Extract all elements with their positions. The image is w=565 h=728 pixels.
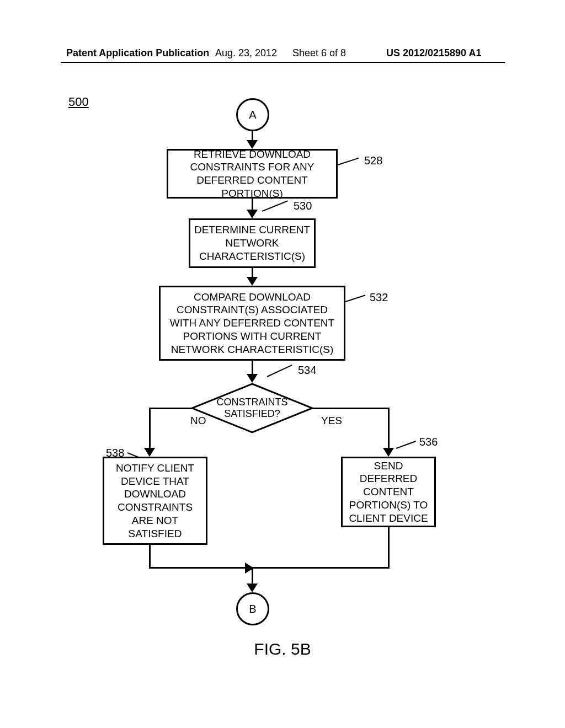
edge-536-down bbox=[388, 527, 390, 568]
edge-532-to-534 bbox=[252, 361, 253, 375]
patent-page: Patent Application Publication Aug. 23, … bbox=[0, 0, 565, 728]
connector-a: A bbox=[236, 98, 269, 131]
edge-536-left bbox=[252, 567, 390, 569]
step-530: DETERMINE CURRENT NETWORK CHARACTERISTIC… bbox=[189, 218, 316, 268]
page-header: Patent Application Publication Aug. 23, … bbox=[0, 47, 565, 62]
ref-530: 530 bbox=[294, 200, 312, 212]
step-536-text: SEND DEFERRED CONTENT PORTION(S) TO CLIE… bbox=[346, 459, 431, 525]
edge-538-right bbox=[149, 567, 253, 569]
arrowhead-icon bbox=[247, 374, 258, 383]
ref-534: 534 bbox=[298, 364, 316, 377]
edge-no-h1 bbox=[149, 408, 192, 409]
publication-date: Aug. 23, 2012 bbox=[215, 47, 277, 59]
ref-532: 532 bbox=[370, 291, 388, 304]
ref-528: 528 bbox=[364, 154, 382, 167]
edge-538-down bbox=[149, 545, 151, 568]
figure-number: 500 bbox=[68, 95, 89, 109]
leader-532 bbox=[345, 295, 366, 302]
step-536: SEND DEFERRED CONTENT PORTION(S) TO CLIE… bbox=[341, 457, 436, 527]
step-528: RETRIEVE DOWNLOAD CONSTRAINTS FOR ANY DE… bbox=[167, 149, 338, 199]
arrowhead-icon bbox=[383, 448, 394, 457]
connector-b-label: B bbox=[249, 603, 256, 615]
figure-label: FIG. 5B bbox=[0, 640, 565, 659]
decision-534-text: CONSTRAINTS SATISFIED? bbox=[191, 397, 313, 419]
step-530-text: DETERMINE CURRENT NETWORK CHARACTERISTIC… bbox=[194, 223, 311, 263]
connector-a-label: A bbox=[249, 109, 256, 121]
publication-type: Patent Application Publication bbox=[66, 47, 209, 59]
edge-yes-h1 bbox=[312, 408, 390, 409]
edge-merge-to-b bbox=[252, 567, 253, 585]
step-532: COMPARE DOWNLOAD CONSTRAINT(S) ASSOCIATE… bbox=[159, 286, 345, 361]
step-538: NOTIFY CLIENT DEVICE THAT DOWNLOAD CONST… bbox=[103, 457, 207, 545]
decision-yes-label: YES bbox=[321, 415, 342, 427]
leader-534 bbox=[267, 365, 292, 377]
decision-534: CONSTRAINTS SATISFIED? bbox=[191, 383, 313, 433]
leader-530 bbox=[262, 200, 288, 212]
step-528-text: RETRIEVE DOWNLOAD CONSTRAINTS FOR ANY DE… bbox=[172, 148, 333, 200]
arrowhead-icon bbox=[247, 584, 258, 592]
sheet-number: Sheet 6 of 8 bbox=[292, 47, 346, 59]
step-538-text: NOTIFY CLIENT DEVICE THAT DOWNLOAD CONST… bbox=[108, 462, 202, 540]
arrowhead-icon bbox=[144, 448, 155, 457]
ref-536: 536 bbox=[419, 436, 438, 448]
arrowhead-icon bbox=[247, 277, 258, 286]
header-rule bbox=[61, 62, 505, 63]
arrowhead-icon bbox=[247, 210, 258, 218]
edge-528-to-530 bbox=[252, 199, 253, 211]
edge-yes-v1 bbox=[388, 408, 390, 449]
leader-528 bbox=[338, 158, 359, 165]
leader-536 bbox=[396, 441, 416, 449]
decision-no-label: NO bbox=[190, 415, 206, 427]
step-532-text: COMPARE DOWNLOAD CONSTRAINT(S) ASSOCIATE… bbox=[164, 291, 340, 356]
edge-no-v1 bbox=[149, 408, 151, 449]
publication-number: US 2012/0215890 A1 bbox=[386, 47, 481, 59]
connector-b: B bbox=[236, 592, 269, 625]
